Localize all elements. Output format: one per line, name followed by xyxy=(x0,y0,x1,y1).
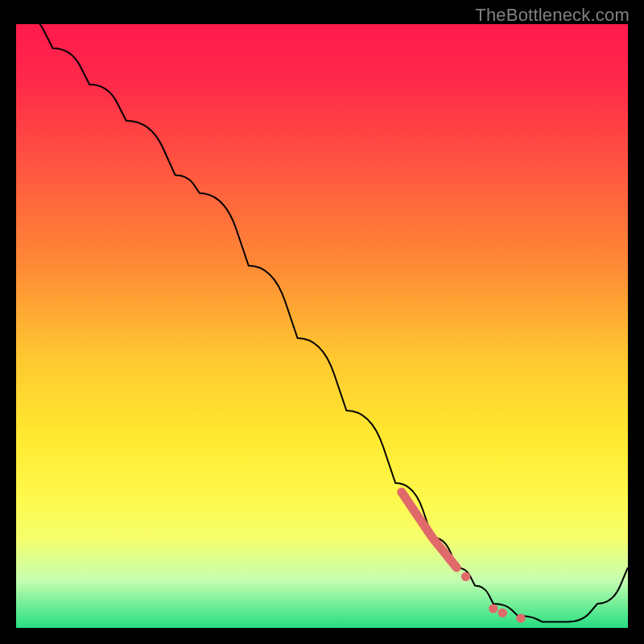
plot-area xyxy=(16,24,628,628)
highlight-markers xyxy=(402,492,526,622)
chart-frame: TheBottleneck.com xyxy=(0,0,644,644)
bottleneck-curve xyxy=(16,24,628,622)
chart-svg xyxy=(16,24,628,628)
highlight-dot xyxy=(489,604,497,613)
highlight-thick-segment xyxy=(402,492,456,568)
attribution-text: TheBottleneck.com xyxy=(475,5,630,26)
highlight-dot xyxy=(498,609,507,617)
highlight-dot xyxy=(461,572,470,581)
highlight-dot xyxy=(516,613,525,622)
